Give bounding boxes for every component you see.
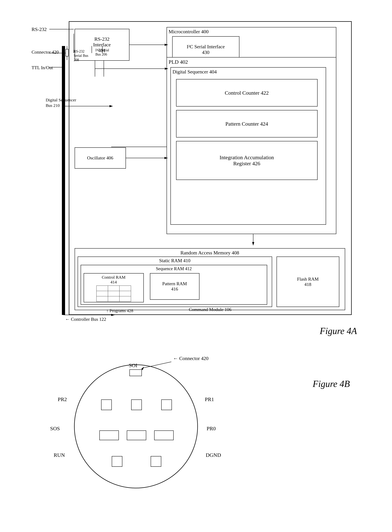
digital-sequencer-label: Digital Sequencer 404 [173,69,217,75]
ttl-label: TTL In/Out [32,65,53,71]
static-ram-label: Static RAM 410 [78,258,272,264]
run-label: RUN [54,452,65,458]
soi-label: SOI [129,362,137,368]
pr1-label: PR1 [205,396,214,402]
sq-sos-3 [154,430,174,440]
connector420-label: ← Connector 420 [173,356,209,361]
pld-box: PLD 402 Digital Sequencer 404 Control Co… [167,57,336,234]
pld-label: PLD 402 [169,59,188,65]
fig4b-container: Figure 4B ← Connector 420 SOI PR2 PR1 SO… [28,354,364,513]
command-module-box: RS-232Interface401 RS-232Serial Bus208 I… [69,21,352,315]
ram-outer-box: Random Access Memory 408 Static RAM 410 … [75,248,345,310]
svg-rect-3 [66,49,68,56]
sq-center-1 [131,400,142,410]
sq-sos-1 [99,430,119,440]
rs232-bus-label: RS-232Serial Bus208 [74,49,89,62]
svg-marker-28 [252,242,254,245]
sq-sos-2 [127,430,146,440]
rs232-label: RS-232 [32,27,47,32]
soi-square [129,369,142,376]
digital-sequencer-box: Digital Sequencer 404 Control Counter 42… [170,67,326,225]
pr0-label: PR0 [207,425,216,432]
sq-run-2 [151,456,161,467]
static-ram-box: Static RAM 410 Sequence RAM 412 Control … [78,257,272,307]
connector-circle [74,364,198,488]
pr2-label: PR2 [58,396,67,402]
sq-pr2-1 [101,400,112,410]
i2c-bus-label: I²C SerialBus 206 [95,48,109,56]
pattern-counter-box: Pattern Counter 424 [176,110,317,137]
dgnd-label: DGND [206,452,221,458]
pattern-ram-box: Pattern RAM416 [150,273,200,300]
fig4b-title: Figure 4B [313,379,350,389]
sq-run-1 [112,456,122,467]
sq-pr1-1 [161,400,172,410]
control-ram-box: Control RAM414 [84,273,144,302]
control-ram-label: Control RAM414 [102,275,125,284]
microcontroller-label: Microcontroller 400 [169,29,209,34]
sequence-ram-box: Sequence RAM 412 Control RAM414 [81,265,267,305]
sequence-ram-label: Sequence RAM 412 [81,266,267,271]
controller-bus-label: ← Controller Bus 122 [65,317,106,322]
flash-ram-box: Flash RAM418 [276,257,339,307]
sos-label: SOS [50,425,60,432]
integration-accumulation-box: Integration AccumulationRegister 426 [176,141,317,180]
fig4a-title: Figure 4A [320,326,357,336]
control-counter-box: Control Counter 422 [176,79,317,107]
oscillator-box: Oscillator 406 [75,147,126,169]
command-module-label: Command Module 106 [69,307,351,312]
connector-label: Connector 420 [32,50,59,55]
ram-outer-label: Random Access Memory 408 [75,250,345,256]
